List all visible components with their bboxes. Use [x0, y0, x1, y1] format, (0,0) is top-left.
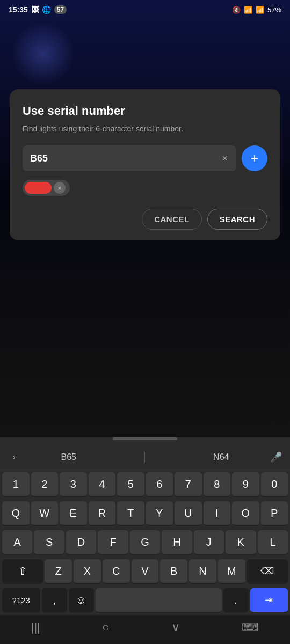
asdf-row: A S D F G H J K L: [0, 528, 290, 557]
globe-icon: 🌐: [42, 5, 51, 14]
key-4[interactable]: 4: [89, 472, 116, 497]
key-w[interactable]: W: [31, 501, 59, 526]
status-left: 15:35 🖼 🌐 57: [9, 5, 67, 14]
key-f[interactable]: F: [98, 530, 128, 555]
number-row: 1 2 3 4 5 6 7 8 9 0: [0, 470, 290, 499]
return-key[interactable]: ⇥: [250, 588, 288, 613]
plus-icon: +: [251, 152, 258, 165]
tag-chip: ×: [23, 180, 70, 196]
mic-button[interactable]: 🎤: [266, 448, 286, 467]
key-2[interactable]: 2: [31, 472, 59, 497]
add-button[interactable]: +: [242, 145, 267, 171]
key-n[interactable]: N: [189, 559, 216, 584]
suggestion-divider: [144, 452, 145, 463]
key-q[interactable]: Q: [2, 501, 30, 526]
key-p[interactable]: P: [261, 501, 288, 526]
key-v[interactable]: V: [132, 559, 159, 584]
notification-badge: 57: [54, 5, 67, 14]
qwerty-row: Q W E R T Y U I O P: [0, 499, 290, 528]
bottom-row: ?123 , ☺ . ⇥: [0, 586, 290, 615]
key-b[interactable]: B: [160, 559, 187, 584]
key-3[interactable]: 3: [60, 472, 87, 497]
dialog-title: Use serial number: [23, 104, 267, 118]
time: 15:35: [9, 5, 28, 14]
swipe-handle: [113, 437, 177, 440]
key-9[interactable]: 9: [232, 472, 259, 497]
key-u[interactable]: U: [175, 501, 202, 526]
key-j[interactable]: J: [194, 530, 224, 555]
key-i[interactable]: I: [204, 501, 231, 526]
cancel-button[interactable]: CANCEL: [142, 209, 202, 230]
key-s[interactable]: S: [34, 530, 64, 555]
status-right: 🔇 📶 📶 57%: [232, 6, 281, 14]
key-6[interactable]: 6: [146, 472, 173, 497]
nav-home-icon[interactable]: ○: [102, 620, 109, 634]
nav-recents-icon[interactable]: |||: [31, 620, 40, 634]
suggestions-list: B65 N64: [24, 448, 266, 466]
key-a[interactable]: A: [2, 530, 32, 555]
period-key[interactable]: .: [223, 588, 249, 613]
search-button[interactable]: SEARCH: [207, 209, 267, 230]
shift-key[interactable]: ⇧: [2, 559, 43, 584]
key-o[interactable]: O: [232, 501, 259, 526]
search-input[interactable]: [30, 153, 221, 164]
emoji-key[interactable]: ☺: [69, 588, 94, 613]
key-e[interactable]: E: [60, 501, 87, 526]
key-8[interactable]: 8: [204, 472, 231, 497]
clear-button[interactable]: ×: [221, 152, 229, 165]
dialog-description: Find lights using their 6-character seri…: [23, 123, 267, 135]
suggestions-bar: › B65 N64 🎤: [0, 444, 290, 470]
nav-back-icon[interactable]: ∨: [171, 620, 180, 634]
space-key[interactable]: [96, 588, 222, 613]
battery-level: 57%: [267, 6, 281, 14]
photo-icon: 🖼: [31, 5, 39, 14]
tag-remove-button[interactable]: ×: [54, 182, 66, 194]
tags-row: ×: [23, 180, 267, 196]
key-m[interactable]: M: [218, 559, 245, 584]
key-d[interactable]: D: [66, 530, 96, 555]
key-x[interactable]: X: [74, 559, 101, 584]
status-bar: 15:35 🖼 🌐 57 🔇 📶 📶 57%: [0, 0, 290, 19]
key-g[interactable]: G: [130, 530, 160, 555]
keyboard-container: › B65 N64 🎤 1 2 3 4 5 6 7 8 9 0 Q W E R …: [0, 437, 290, 644]
suggestion-b65[interactable]: B65: [55, 448, 83, 466]
key-7[interactable]: 7: [175, 472, 202, 497]
key-0[interactable]: 0: [261, 472, 288, 497]
key-1[interactable]: 1: [2, 472, 30, 497]
expand-suggestions-button[interactable]: ›: [4, 448, 24, 467]
search-row: × +: [23, 145, 267, 171]
key-k[interactable]: K: [226, 530, 256, 555]
dialog-container: Use serial number Find lights using thei…: [0, 78, 290, 251]
search-input-wrapper[interactable]: ×: [23, 145, 236, 171]
key-c[interactable]: C: [103, 559, 130, 584]
delete-key[interactable]: ⌫: [247, 559, 288, 584]
key-z[interactable]: Z: [45, 559, 72, 584]
key-5[interactable]: 5: [117, 472, 144, 497]
wifi-icon: 📶: [244, 6, 252, 14]
comma-key[interactable]: ,: [42, 588, 67, 613]
symbol-key[interactable]: ?123: [2, 588, 40, 613]
nav-keyboard-icon[interactable]: ⌨: [242, 620, 259, 634]
zxcv-row: ⇧ Z X C V B N M ⌫: [0, 557, 290, 586]
tag-color: [25, 182, 52, 194]
nav-bar: ||| ○ ∨ ⌨: [0, 615, 290, 644]
suggestion-n64[interactable]: N64: [207, 448, 235, 466]
key-r[interactable]: R: [89, 501, 116, 526]
dialog: Use serial number Find lights using thei…: [10, 89, 280, 240]
signal-icon: 📶: [256, 6, 264, 14]
key-y[interactable]: Y: [146, 501, 173, 526]
key-l[interactable]: L: [258, 530, 288, 555]
key-h[interactable]: H: [162, 530, 192, 555]
mute-icon: 🔇: [232, 6, 241, 14]
key-t[interactable]: T: [117, 501, 144, 526]
dialog-actions: CANCEL SEARCH: [23, 209, 267, 230]
